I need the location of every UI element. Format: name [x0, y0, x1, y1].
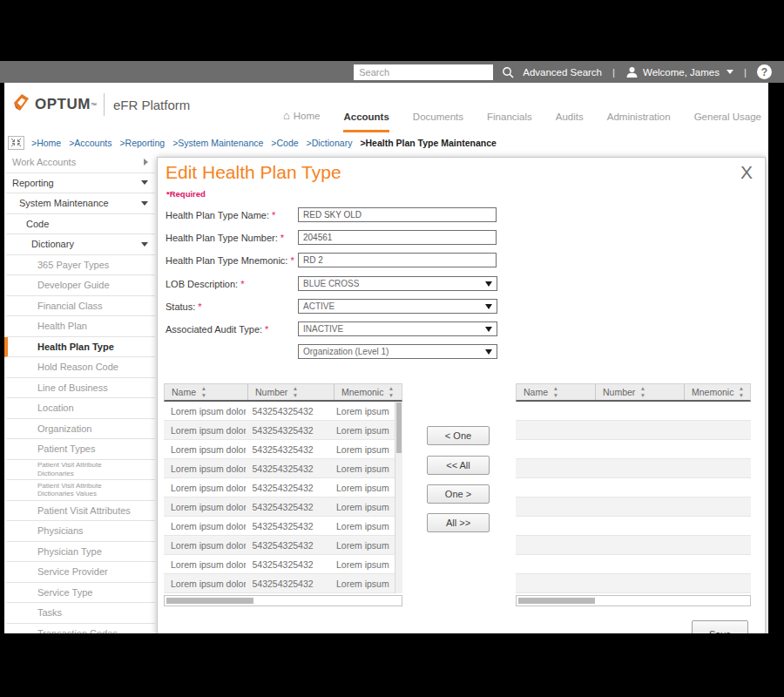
breadcrumb-link-system-maintenance[interactable]: >System Maintenance	[172, 138, 263, 148]
sidebar-item-tasks[interactable]: Tasks	[4, 603, 155, 624]
table-row[interactable]: Lorem ipsum dolor543254325432Lorem ipsum	[164, 440, 395, 459]
sidebar-item-work-accounts[interactable]: Work Accounts	[4, 152, 155, 173]
table-row[interactable]	[516, 555, 751, 574]
health-plan-type-number-input[interactable]	[298, 230, 497, 245]
sidebar-item-system-maintenance[interactable]: System Maintenance	[4, 193, 155, 214]
collapse-sidebar-icon[interactable]	[8, 136, 24, 150]
table-row[interactable]	[516, 459, 751, 478]
table-row[interactable]	[516, 497, 751, 517]
sidebar-item-health-plan[interactable]: Health Plan	[4, 316, 155, 337]
sidebar-item-patient-types[interactable]: Patient Types	[4, 439, 155, 460]
tab-general-usage[interactable]: General Usage	[694, 112, 761, 132]
search-input[interactable]	[354, 64, 493, 80]
table-row[interactable]: Lorem ipsum dolor543254325432Lorem ipsum	[164, 574, 395, 593]
sidebar-item-location[interactable]: Location	[4, 398, 155, 419]
sidebar-item-code[interactable]: Code	[4, 214, 155, 235]
tab-administration[interactable]: Administration	[607, 112, 671, 132]
table-row[interactable]: Lorem ipsum dolor543254325432Lorem ipsum	[164, 459, 395, 478]
sort-icon[interactable]	[738, 385, 745, 399]
breadcrumb-link-dictionary[interactable]: >Dictionary	[307, 138, 353, 148]
sidebar-item-physician-type[interactable]: Physician Type	[4, 542, 155, 563]
level-select[interactable]: Organization (Level 1)	[298, 344, 497, 359]
scrollbar-thumb[interactable]	[396, 403, 402, 453]
column-header-name[interactable]: Name	[165, 384, 248, 400]
sidebar-item-patient-visit-attribute-dictionaries-values[interactable]: Patient Visit Attribute Dictionaries Val…	[4, 480, 155, 501]
sidebar-item-service-provider[interactable]: Service Provider	[4, 562, 155, 583]
column-header-mnemonic[interactable]: Mnemonic	[685, 384, 750, 400]
table-row[interactable]: Lorem ipsum dolor543254325432Lorem ipsum	[164, 478, 395, 497]
sort-icon[interactable]	[639, 385, 646, 399]
sidebar-item-developer-guide[interactable]: Developer Guide	[4, 275, 155, 296]
table-row[interactable]	[516, 440, 751, 459]
breadcrumb-link-home[interactable]: >Home	[31, 138, 61, 148]
sidebar-item-service-type[interactable]: Service Type	[4, 583, 155, 604]
sidebar-item-365-payer-types[interactable]: 365 Payer Types	[4, 255, 155, 276]
status-select[interactable]: ACTIVE	[298, 299, 497, 314]
advanced-search-link[interactable]: Advanced Search	[523, 67, 602, 78]
horizontal-scrollbar[interactable]	[516, 595, 751, 606]
sidebar-item-organization[interactable]: Organization	[4, 419, 155, 440]
field-row: Health Plan Type Name:*	[158, 206, 765, 223]
health-plan-type-name-input[interactable]	[298, 207, 497, 222]
table-row[interactable]: Lorem ipsum dolor543254325432Lorem ipsum	[164, 402, 395, 421]
table-cell: 543254325432	[246, 540, 329, 551]
sidebar-item-line-of-business[interactable]: Line of Business	[4, 378, 155, 399]
table-row[interactable]: Lorem ipsum dolor543254325432Lorem ipsum	[164, 497, 395, 517]
sidebar-item-hold-reason-code[interactable]: Hold Reason Code	[4, 357, 155, 378]
table-row[interactable]	[516, 421, 751, 440]
column-header-name[interactable]: Name	[517, 384, 596, 400]
horizontal-scrollbar[interactable]	[164, 595, 402, 606]
sort-icon[interactable]	[200, 385, 207, 399]
tab-accounts[interactable]: Accounts	[343, 112, 389, 132]
table-row[interactable]: Lorem ipsum dolor543254325432Lorem ipsum	[164, 421, 395, 440]
sidebar-item-patient-visit-attributes[interactable]: Patient Visit Attributes	[4, 501, 155, 522]
tab-financials[interactable]: Financials	[487, 112, 532, 132]
column-header-mnemonic[interactable]: Mnemonic	[335, 384, 402, 400]
tab-documents[interactable]: Documents	[413, 112, 463, 132]
table-row[interactable]	[516, 517, 751, 536]
breadcrumb-link-accounts[interactable]: >Accounts	[69, 138, 112, 148]
health-plan-type-mnemonic-input[interactable]	[298, 253, 497, 267]
scrollbar-thumb[interactable]	[166, 598, 253, 604]
help-icon[interactable]: ?	[757, 64, 772, 79]
move-one-right-button[interactable]: One >	[427, 484, 490, 504]
save-button[interactable]: Save	[692, 620, 748, 633]
table-row[interactable]	[516, 478, 751, 497]
vertical-scrollbar[interactable]	[395, 402, 402, 593]
breadcrumb-link-code[interactable]: >Code	[271, 138, 298, 148]
sort-icon[interactable]	[388, 385, 395, 399]
sort-icon[interactable]	[552, 385, 559, 399]
breadcrumb-link-reporting[interactable]: >Reporting	[119, 138, 165, 148]
sidebar-item-label: Tasks	[37, 607, 62, 618]
associated-audit-type-select[interactable]: INACTIVE	[298, 321, 497, 336]
search-icon[interactable]	[502, 66, 514, 78]
table-row[interactable]: Lorem ipsum dolor543254325432Lorem ipsum	[164, 517, 395, 536]
column-header-number[interactable]: Number	[248, 384, 335, 400]
sidebar-item-transaction-codes[interactable]: Transaction Codes	[4, 624, 155, 634]
move-all-left-button[interactable]: << All	[427, 456, 490, 475]
tab-audits[interactable]: Audits	[556, 112, 584, 132]
required-asterisk: *	[265, 324, 268, 335]
sort-icon[interactable]	[292, 385, 299, 399]
scrollbar-thumb[interactable]	[518, 598, 595, 604]
table-row[interactable]	[516, 536, 751, 555]
column-header-number[interactable]: Number	[596, 384, 685, 400]
move-all-right-button[interactable]: All >>	[427, 513, 490, 532]
sidebar-item-patient-visit-attribute-dictionaries[interactable]: Patient Visit Attribute Dictionaries	[4, 460, 155, 481]
sidebar-item-dictionary[interactable]: Dictionary	[4, 234, 155, 255]
table-row[interactable]	[516, 574, 751, 593]
breadcrumb-links: >Home>Accounts>Reporting>System Maintena…	[31, 138, 360, 148]
table-row[interactable]	[516, 402, 751, 421]
sidebar-item-physicians[interactable]: Physicians	[4, 521, 155, 542]
close-icon[interactable]: X	[740, 162, 753, 183]
sidebar-item-reporting[interactable]: Reporting	[4, 173, 155, 194]
user-menu[interactable]: Welcome, James	[625, 66, 733, 78]
lob-description-select[interactable]: BLUE CROSS	[298, 276, 497, 291]
table-row[interactable]: Lorem ipsum dolor543254325432Lorem ipsum	[164, 536, 395, 555]
sidebar-item-financial-class[interactable]: Financial Class	[4, 296, 155, 317]
sidebar-item-health-plan-type[interactable]: Health Plan Type	[4, 337, 155, 358]
move-one-left-button[interactable]: < One	[427, 426, 490, 445]
tab-home[interactable]: Home	[283, 109, 321, 132]
table-row[interactable]: Lorem ipsum dolor543254325432Lorem ipsum	[164, 555, 395, 574]
table-cell: 543254325432	[246, 483, 329, 493]
